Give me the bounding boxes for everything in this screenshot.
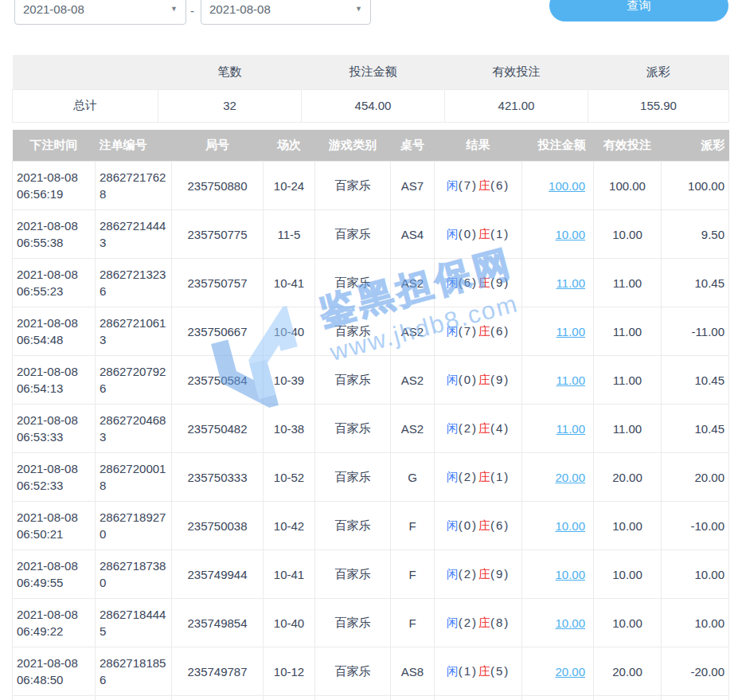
- round-number: 235750880: [172, 162, 264, 210]
- result: 闲(0)庄(9): [435, 356, 522, 405]
- bet-amount-link[interactable]: 10.00: [555, 568, 585, 581]
- banker-score: (6): [490, 178, 510, 192]
- date-from-select[interactable]: 2021-08-08 ▼: [14, 0, 186, 25]
- order-number: 28627217628: [96, 162, 172, 210]
- player-score: (0): [459, 227, 478, 241]
- summary-total-label: 总计: [13, 89, 158, 122]
- player-label: 闲: [447, 276, 459, 289]
- bet-amount-link[interactable]: 11.00: [556, 373, 585, 387]
- bet-time: 2021-08-08 06:52:33: [13, 453, 96, 502]
- table-row: 2021-08-08 06:54:13 28627207926 23575058…: [13, 356, 729, 405]
- player-label: 闲: [447, 567, 459, 581]
- table-row: 2021-08-08 06:52:33 28627200018 23575033…: [13, 453, 729, 502]
- valid-bet: 20.00: [594, 453, 662, 502]
- banker-label: 庄: [478, 567, 490, 581]
- bet-time: 2021-08-08 06:49:55: [13, 550, 96, 599]
- player-score: (0): [459, 373, 478, 386]
- banker-label: 庄: [478, 616, 490, 629]
- header-order-number: 注单编号: [96, 130, 172, 162]
- player-label: 闲: [447, 373, 459, 386]
- bet-amount-link[interactable]: 10.00: [555, 616, 585, 630]
- round-number: 235750775: [172, 210, 264, 259]
- result: 闲(0)庄(1): [435, 210, 522, 259]
- bet-amount-cell: 11.00: [522, 405, 594, 453]
- player-score: (6): [459, 276, 478, 289]
- player-label: 闲: [447, 518, 459, 532]
- game-type: 百家乐: [315, 259, 391, 307]
- order-number: 28627204683: [96, 405, 172, 453]
- records-header-row: 下注时间 注单编号 局号 场次 游戏类别 桌号 结果 投注金额 有效投注 派彩: [13, 130, 729, 162]
- date-to-select[interactable]: 2021-08-08 ▼: [201, 0, 371, 25]
- valid-bet: 20.00: [594, 647, 662, 696]
- bet-amount-link[interactable]: 20.00: [555, 665, 585, 678]
- bet-amount-link[interactable]: 20.00: [555, 471, 585, 484]
- bet-amount-cell: 11.00: [522, 307, 594, 356]
- table-row: 2021-08-08 06:50:21 28627189270 23575003…: [13, 502, 729, 550]
- table-row: 2021-08-08 06:54:48 28627210613 23575066…: [13, 307, 729, 356]
- result: 闲(0)庄(6): [435, 502, 522, 550]
- player-label: 闲: [447, 421, 459, 435]
- game-type: 百家乐: [315, 502, 391, 550]
- round-number: 235750757: [172, 259, 264, 307]
- payout: 10.45: [662, 405, 729, 453]
- bet-amount-link[interactable]: 100.00: [549, 179, 585, 193]
- round-number: 235750584: [172, 356, 264, 405]
- valid-bet: 10.00: [594, 502, 662, 550]
- banker-label: 庄: [478, 421, 490, 435]
- bet-amount-cell: 10.00: [522, 550, 594, 599]
- order-number: 28627213236: [96, 259, 172, 307]
- summary-header-bet-amount: 投注金额: [302, 55, 445, 89]
- round-number: 235749944: [172, 550, 264, 599]
- valid-bet: 100.00: [594, 162, 662, 210]
- result: 闲(2)庄(8): [435, 599, 522, 647]
- banker-label: 庄: [478, 324, 490, 338]
- result: 闲(2)庄(1): [435, 453, 522, 502]
- header-table-number: 桌号: [391, 130, 435, 162]
- summary-total-valid-bet: 421.00: [445, 89, 588, 122]
- bet-amount-link[interactable]: 11.00: [556, 276, 585, 290]
- order-number: 28627210613: [96, 307, 172, 356]
- bet-amount-link[interactable]: 11.00: [556, 422, 585, 436]
- banker-score: (5): [490, 664, 510, 678]
- table-row: 2021-08-08 06:53:33 28627204683 23575048…: [13, 405, 729, 453]
- banker-label: 庄: [478, 470, 490, 483]
- summary-table: 笔数 投注金额 有效投注 派彩 总计 32 454.00 421.00 155.…: [12, 55, 729, 123]
- session: 10-38: [264, 405, 315, 453]
- player-score: (2): [459, 421, 478, 435]
- banker-score: (1): [490, 227, 510, 241]
- bet-amount-link[interactable]: 11.00: [556, 325, 585, 338]
- game-type: 百家乐: [315, 162, 391, 210]
- game-type: 百家乐: [315, 647, 391, 696]
- bet-amount-link[interactable]: 10.00: [555, 519, 585, 533]
- table-number: AS2: [391, 405, 435, 453]
- table-number: AS4: [391, 210, 435, 259]
- bet-time: 2021-08-08 06:54:48: [13, 307, 96, 356]
- date-from-value: 2021-08-08: [23, 2, 84, 16]
- bet-amount-cell: 100.00: [522, 162, 594, 210]
- bet-amount-cell: 20.00: [522, 453, 594, 502]
- table-row: 2021-08-08 06:48:50 28627181856 23574978…: [13, 647, 729, 696]
- player-label: 闲: [447, 178, 459, 192]
- player-label: 闲: [447, 616, 459, 629]
- bet-amount-cell: 10.00: [522, 210, 594, 259]
- header-bet-time: 下注时间: [13, 130, 96, 162]
- session: 10-12: [264, 647, 315, 696]
- result: 闲(2)庄(9): [435, 550, 522, 599]
- bet-time: 2021-08-08 06:50:21: [13, 502, 96, 550]
- result: 闲(1)庄(5): [435, 647, 522, 696]
- payout: 100.00: [662, 162, 729, 210]
- header-valid-bet: 有效投注: [594, 130, 662, 162]
- banker-label: 庄: [478, 227, 490, 241]
- banker-score: (1): [490, 470, 510, 483]
- player-score: (7): [459, 324, 478, 338]
- summary-total-count: 32: [158, 89, 302, 122]
- bet-amount-link[interactable]: 10.00: [555, 228, 585, 241]
- bet-time: 2021-08-08 06:56:19: [13, 162, 96, 210]
- order-number: 28627181856: [96, 647, 172, 696]
- game-type: 百家乐: [315, 550, 391, 599]
- query-button[interactable]: 查询: [549, 0, 728, 22]
- player-score: (2): [459, 616, 478, 629]
- banker-label: 庄: [478, 373, 490, 386]
- session: 10-52: [264, 453, 315, 502]
- valid-bet: 10.00: [594, 210, 662, 259]
